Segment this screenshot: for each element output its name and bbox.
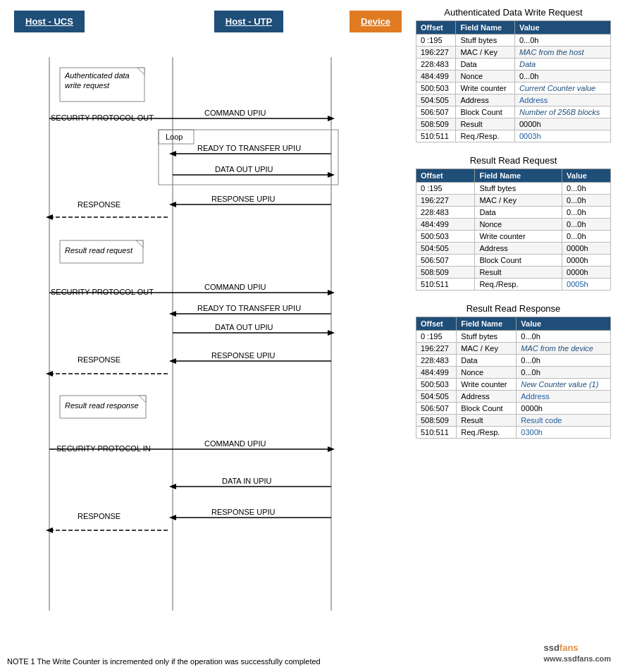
cell-value: 0000h (514, 118, 610, 130)
svg-text:write request: write request (65, 81, 110, 90)
cell-value: 0...0h (517, 355, 611, 367)
cell-offset: 510:511 (416, 427, 457, 439)
cell-offset: 0 :195 (416, 331, 457, 343)
bottom-note: NOTE 1 The Write Counter is incremented … (0, 653, 618, 668)
cell-field: Nonce (456, 71, 515, 83)
cell-field: Req./Resp. (475, 279, 562, 291)
svg-text:Loop: Loop (166, 133, 183, 141)
cell-value: Number of 256B blocks (514, 106, 610, 118)
table-row: 506:507Block CountNumber of 256B blocks (416, 106, 611, 118)
cell-offset: 228:483 (416, 207, 475, 219)
cell-field: Block Count (457, 403, 517, 415)
table-row: 506:507Block Count0000h (416, 403, 611, 415)
svg-text:RESPONSE: RESPONSE (78, 355, 120, 364)
cell-value: Current Counter value (514, 83, 610, 94)
svg-text:Authenticated data: Authenticated data (64, 71, 130, 80)
table-row: 196:227MAC / Key0...0h (416, 195, 611, 207)
svg-text:COMMAND UPIU: COMMAND UPIU (204, 439, 266, 448)
cell-field: Address (456, 94, 515, 106)
cell-offset: 504:505 (416, 243, 475, 255)
host-ucs-box: Host - UCS (14, 11, 85, 32)
svg-text:RESPONSE: RESPONSE (78, 200, 120, 209)
cell-field: Data (457, 355, 517, 367)
cell-offset: 484:499 (416, 367, 457, 379)
cell-offset: 0 :195 (416, 183, 475, 195)
svg-text:Result read request: Result read request (65, 246, 133, 255)
cell-value: Address (514, 94, 610, 106)
table-row: 0 :195Stuff bytes0...0h (416, 331, 611, 343)
watermark: ssdfans www.ssdfans.com (543, 642, 611, 664)
cell-value: Data (514, 59, 610, 71)
cell-value: 0005h (562, 279, 611, 291)
cell-offset: 504:505 (416, 391, 457, 403)
table3-col-field: Field Name (457, 317, 517, 331)
table-row: 0 :195Stuff bytes0...0h (416, 35, 611, 47)
table1-col-value: Value (514, 21, 610, 35)
svg-text:SECURITY PROTOCOL OUT: SECURITY PROTOCOL OUT (51, 114, 154, 122)
table-row: 508:509Result0000h (416, 118, 611, 130)
cell-field: Address (457, 391, 517, 403)
table3-col-value: Value (517, 317, 611, 331)
table-row: 196:227MAC / KeyMAC from the device (416, 343, 611, 355)
cell-value: 0000h (562, 267, 611, 279)
cell-field: Stuff bytes (456, 35, 515, 47)
cell-value: 0000h (562, 243, 611, 255)
svg-text:SECURITY PROTOCOL OUT: SECURITY PROTOCOL OUT (51, 288, 154, 296)
svg-text:RESPONSE UPIU: RESPONSE UPIU (211, 195, 276, 203)
table2-col-field: Field Name (475, 169, 562, 183)
cell-offset: 196:227 (416, 195, 475, 207)
cell-field: Block Count (475, 255, 562, 267)
svg-text:DATA OUT UPIU: DATA OUT UPIU (215, 165, 273, 173)
cell-offset: 508:509 (416, 118, 456, 130)
table3-title: Result Read Response (416, 303, 611, 314)
cell-field: Data (456, 59, 515, 71)
cell-field: MAC / Key (457, 343, 517, 355)
cell-value: Result code (517, 415, 611, 427)
svg-text:Result read response: Result read response (65, 401, 139, 410)
cell-offset: 484:499 (416, 71, 456, 83)
cell-offset: 506:507 (416, 106, 456, 118)
cell-offset: 500:503 (416, 379, 457, 391)
table3: Offset Field Name Value 0 :195Stuff byte… (416, 317, 611, 439)
table-row: 500:503Write counterNew Counter value (1… (416, 379, 611, 391)
cell-field: Write counter (475, 231, 562, 243)
table-row: 500:503Write counter0...0h (416, 231, 611, 243)
svg-text:READY TO TRANSFER UPIU: READY TO TRANSFER UPIU (197, 144, 301, 152)
svg-text:RESPONSE: RESPONSE (78, 512, 120, 520)
cell-offset: 508:509 (416, 267, 475, 279)
svg-text:COMMAND UPIU: COMMAND UPIU (204, 109, 266, 117)
table3-col-offset: Offset (416, 317, 457, 331)
table-row: 504:505AddressAddress (416, 391, 611, 403)
cell-value: 0...0h (562, 231, 611, 243)
cell-value: 0...0h (562, 207, 611, 219)
cell-value: 0000h (517, 403, 611, 415)
table-row: 510:511Req./Resp.0005h (416, 279, 611, 291)
cell-field: Stuff bytes (475, 183, 562, 195)
cell-offset: 510:511 (416, 130, 456, 142)
table1-col-offset: Offset (416, 21, 456, 35)
table2-col-value: Value (562, 169, 611, 183)
cell-offset: 228:483 (416, 355, 457, 367)
svg-text:DATA OUT UPIU: DATA OUT UPIU (215, 323, 273, 331)
cell-offset: 510:511 (416, 279, 475, 291)
svg-text:SECURITY PROTOCOL IN: SECURITY PROTOCOL IN (56, 444, 151, 453)
cell-field: Address (475, 243, 562, 255)
table-row: 510:511Req./Resp.0003h (416, 130, 611, 142)
cell-value: 0300h (517, 427, 611, 439)
table3-section: Result Read Response Offset Field Name V… (416, 303, 611, 439)
table-row: 228:483Data0...0h (416, 355, 611, 367)
table2-section: Result Read Request Offset Field Name Va… (416, 155, 611, 291)
table2-col-offset: Offset (416, 169, 475, 183)
cell-field: Block Count (456, 106, 515, 118)
table-row: 484:499Nonce0...0h (416, 219, 611, 231)
sequence-diagram: Authenticated data write request SECURIT… (7, 32, 409, 646)
cell-offset: 484:499 (416, 219, 475, 231)
cell-field: MAC / Key (475, 195, 562, 207)
cell-offset: 508:509 (416, 415, 457, 427)
table-row: 500:503Write counterCurrent Counter valu… (416, 83, 611, 94)
table-row: 508:509ResultResult code (416, 415, 611, 427)
tables-panel: Authenticated Data Write Request Offset … (409, 7, 611, 646)
cell-value: 0003h (514, 130, 610, 142)
table1-col-field: Field Name (456, 21, 515, 35)
cell-value: 0...0h (562, 219, 611, 231)
